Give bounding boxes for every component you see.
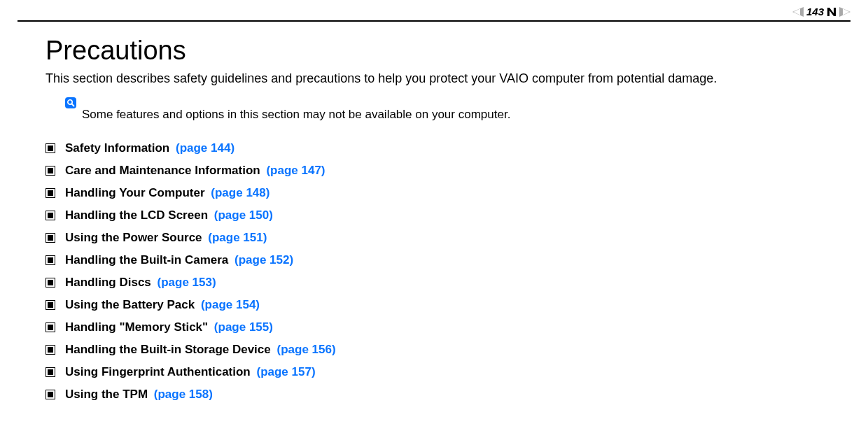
square-bullet-icon bbox=[46, 300, 55, 310]
toc-item-page-link[interactable]: (page 150) bbox=[214, 208, 273, 222]
square-bullet-icon bbox=[46, 233, 55, 243]
toc-item-label: Handling Your Computer bbox=[65, 186, 205, 199]
toc-item-label: Handling the Built-in Storage Device bbox=[65, 343, 271, 356]
prev-page-arrow-icon[interactable] bbox=[792, 7, 804, 17]
square-bullet-icon bbox=[46, 166, 55, 176]
toc-item-page-link[interactable]: (page 155) bbox=[214, 320, 273, 334]
toc-item-label: Handling the Built-in Camera bbox=[65, 253, 228, 267]
toc-item-label: Using the Battery Pack bbox=[65, 298, 195, 311]
toc-item: Safety Information (page 144) bbox=[46, 141, 822, 155]
square-bullet-icon bbox=[46, 211, 55, 220]
page-title: Precautions bbox=[46, 36, 822, 66]
page-container: 143 Precautions This section describes s… bbox=[0, 0, 868, 424]
toc-item: Using the Battery Pack (page 154) bbox=[46, 298, 822, 312]
square-bullet-icon bbox=[46, 143, 55, 153]
toc-item-label: Handling "Memory Stick" bbox=[65, 320, 208, 334]
toc-item-page-link[interactable]: (page 154) bbox=[201, 298, 260, 311]
svg-line-5 bbox=[71, 104, 74, 106]
page-number: 143 bbox=[806, 6, 824, 17]
toc-item: Using the Power Source (page 151) bbox=[46, 231, 822, 245]
toc-list: Safety Information (page 144) Care and M… bbox=[46, 141, 822, 402]
square-bullet-icon bbox=[46, 390, 55, 399]
square-bullet-icon bbox=[46, 367, 55, 377]
toc-item-page-link[interactable]: (page 153) bbox=[158, 276, 216, 289]
toc-item-label: Using Fingerprint Authentication bbox=[65, 365, 251, 378]
toc-item: Using the TPM (page 158) bbox=[46, 388, 822, 402]
navigation-letter-n bbox=[827, 7, 836, 17]
toc-item-page-link[interactable]: (page 158) bbox=[154, 388, 213, 401]
square-bullet-icon bbox=[46, 255, 55, 265]
toc-item: Handling the Built-in Storage Device (pa… bbox=[46, 343, 822, 357]
toc-item-label: Care and Maintenance Information bbox=[65, 164, 260, 177]
page-header: 143 bbox=[18, 0, 850, 20]
note-callout: Some features and options in this sectio… bbox=[65, 97, 822, 122]
intro-text: This section describes safety guidelines… bbox=[46, 70, 822, 87]
toc-item: Handling "Memory Stick" (page 155) bbox=[46, 320, 822, 334]
toc-item: Handling Discs (page 153) bbox=[46, 276, 822, 290]
svg-marker-1 bbox=[793, 8, 800, 15]
square-bullet-icon bbox=[46, 345, 55, 355]
square-bullet-icon bbox=[46, 278, 55, 288]
toc-item: Handling the LCD Screen (page 150) bbox=[46, 208, 822, 222]
square-bullet-icon bbox=[46, 188, 55, 198]
toc-item-page-link[interactable]: (page 144) bbox=[176, 141, 234, 155]
toc-item-label: Handling Discs bbox=[65, 276, 151, 289]
toc-item-label: Using the TPM bbox=[65, 388, 148, 401]
toc-item-page-link[interactable]: (page 157) bbox=[256, 365, 315, 378]
toc-item: Handling the Built-in Camera (page 152) bbox=[46, 253, 822, 267]
toc-item: Using Fingerprint Authentication (page 1… bbox=[46, 365, 822, 379]
toc-item-label: Safety Information bbox=[65, 141, 169, 155]
toc-item-label: Handling the LCD Screen bbox=[65, 208, 208, 222]
content-area: Precautions This section describes safet… bbox=[18, 36, 850, 402]
toc-item-page-link[interactable]: (page 147) bbox=[266, 164, 325, 177]
next-page-arrow-icon[interactable] bbox=[839, 7, 850, 17]
toc-item-label: Using the Power Source bbox=[65, 231, 202, 244]
header-rule bbox=[18, 20, 850, 22]
svg-marker-3 bbox=[843, 8, 850, 15]
info-icon bbox=[65, 97, 76, 108]
toc-item: Handling Your Computer (page 148) bbox=[46, 186, 822, 200]
toc-item-page-link[interactable]: (page 148) bbox=[211, 186, 270, 199]
toc-item-page-link[interactable]: (page 156) bbox=[277, 343, 336, 356]
toc-item: Care and Maintenance Information (page 1… bbox=[46, 164, 822, 178]
square-bullet-icon bbox=[46, 322, 55, 332]
note-text: Some features and options in this sectio… bbox=[82, 108, 510, 122]
toc-item-page-link[interactable]: (page 151) bbox=[208, 231, 267, 244]
toc-item-page-link[interactable]: (page 152) bbox=[234, 253, 293, 267]
